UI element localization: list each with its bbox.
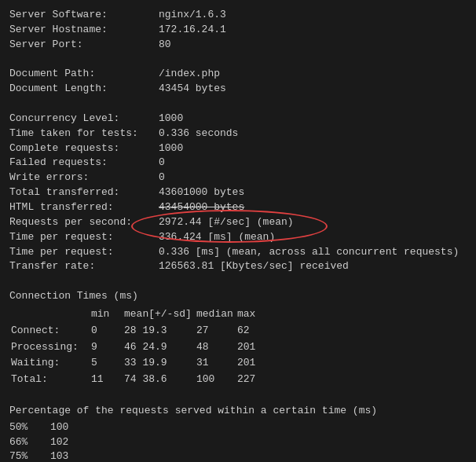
- conn-row-label: Connect:: [11, 324, 90, 339]
- pct-row: 75% 103: [9, 449, 467, 462]
- software-value: nginx/1.6.3: [159, 8, 226, 23]
- conn-row-label: Waiting:: [11, 356, 90, 371]
- conn-row-label: Total:: [11, 372, 90, 387]
- conn-row-min: 11: [91, 372, 123, 387]
- conn-row: Connect: 0 28 19.3 27 62: [11, 324, 280, 339]
- rps-label: Requests per second:: [9, 215, 159, 230]
- pct-value: 102: [50, 435, 68, 450]
- conn-row-max: 227: [237, 372, 280, 387]
- terminal-window: Server Software: nginx/1.6.3 Server Host…: [9, 8, 467, 462]
- col-header-min: min: [91, 307, 123, 322]
- server-info-section: Server Software: nginx/1.6.3 Server Host…: [9, 8, 467, 53]
- pct-label: 66%: [9, 435, 50, 450]
- port-label: Server Port:: [9, 38, 159, 53]
- total-transferred-value: 43601000 bytes: [159, 185, 459, 200]
- tpr2-label: Time per request:: [9, 245, 159, 260]
- write-errors-label: Write errors:: [9, 170, 159, 185]
- conn-row-median: 48: [196, 340, 236, 355]
- connection-times-heading: Connection Times (ms): [9, 289, 467, 304]
- transfer-rate-value: 126563.81 [Kbytes/sec] received: [159, 259, 459, 274]
- conn-row-min: 5: [91, 356, 123, 371]
- conn-row: Processing: 9 46 24.9 48 201: [11, 340, 280, 355]
- conn-row-min: 0: [91, 324, 123, 339]
- transfer-rate-label: Transfer rate:: [9, 259, 159, 274]
- total-transferred-label: Total transferred:: [9, 185, 159, 200]
- conn-row-median: 31: [196, 356, 236, 371]
- write-errors-value: 0: [159, 170, 459, 185]
- software-label: Server Software:: [9, 8, 159, 23]
- complete-value: 1000: [159, 141, 459, 156]
- conn-row-median: 27: [196, 324, 236, 339]
- test-info-section: Concurrency Level: 1000 Time taken for t…: [9, 112, 467, 274]
- failed-label: Failed requests:: [9, 156, 159, 170]
- conn-row-mean-sd: 28 19.3: [124, 324, 195, 339]
- rps-value: 2972.44 [#/sec] (mean): [159, 215, 459, 230]
- col-header-max: max: [237, 307, 280, 322]
- port-value: 80: [159, 38, 226, 53]
- pct-label: 75%: [9, 449, 50, 462]
- time-taken-value: 0.336 seconds: [159, 126, 459, 141]
- pct-value: 100: [50, 420, 68, 435]
- percentage-heading: Percentage of the requests served within…: [9, 404, 467, 419]
- conn-row: Total: 11 74 38.6 100 227: [11, 372, 280, 387]
- html-transferred-value: 43454000 bytes: [159, 200, 459, 215]
- doc-length-value: 43454 bytes: [159, 82, 226, 97]
- percentage-section: Percentage of the requests served within…: [9, 404, 467, 462]
- tpr-label: Time per request:: [9, 230, 159, 245]
- hostname-label: Server Hostname:: [9, 23, 159, 38]
- document-info-section: Document Path: /index.php Document Lengt…: [9, 67, 467, 97]
- col-header-median: median: [196, 307, 236, 322]
- concurrency-value: 1000: [159, 112, 459, 126]
- conn-row-mean-sd: 33 19.9: [124, 356, 195, 371]
- conn-row-max: 62: [237, 324, 280, 339]
- col-header-mean: mean[+/-sd]: [124, 307, 195, 322]
- conn-row-min: 9: [91, 340, 123, 355]
- pct-row: 50% 100: [9, 420, 467, 435]
- hostname-value: 172.16.24.1: [159, 23, 226, 38]
- conn-row-max: 201: [237, 340, 280, 355]
- tpr-value: 336.424 [ms] (mean): [159, 230, 459, 245]
- conn-row-mean-sd: 74 38.6: [124, 372, 195, 387]
- concurrency-label: Concurrency Level:: [9, 112, 159, 126]
- conn-row-median: 100: [196, 372, 236, 387]
- conn-row-label: Processing:: [11, 340, 90, 355]
- conn-row-mean-sd: 46 24.9: [124, 340, 195, 355]
- pct-label: 50%: [9, 420, 50, 435]
- pct-row: 66% 102: [9, 435, 467, 450]
- conn-row: Waiting: 5 33 19.9 31 201: [11, 356, 280, 371]
- tpr2-value: 0.336 [ms] (mean, across all concurrent …: [159, 245, 459, 260]
- time-taken-label: Time taken for tests:: [9, 126, 159, 141]
- html-transferred-label: HTML transferred:: [9, 200, 159, 215]
- doc-length-label: Document Length:: [9, 82, 159, 97]
- failed-value: 0: [159, 156, 459, 170]
- doc-path-value: /index.php: [159, 67, 226, 82]
- conn-row-max: 201: [237, 356, 280, 371]
- connection-times-section: Connection Times (ms) min mean[+/-sd] me…: [9, 289, 467, 389]
- doc-path-label: Document Path:: [9, 67, 159, 82]
- complete-label: Complete requests:: [9, 141, 159, 156]
- col-header-label: [11, 307, 90, 322]
- pct-value: 103: [50, 449, 68, 462]
